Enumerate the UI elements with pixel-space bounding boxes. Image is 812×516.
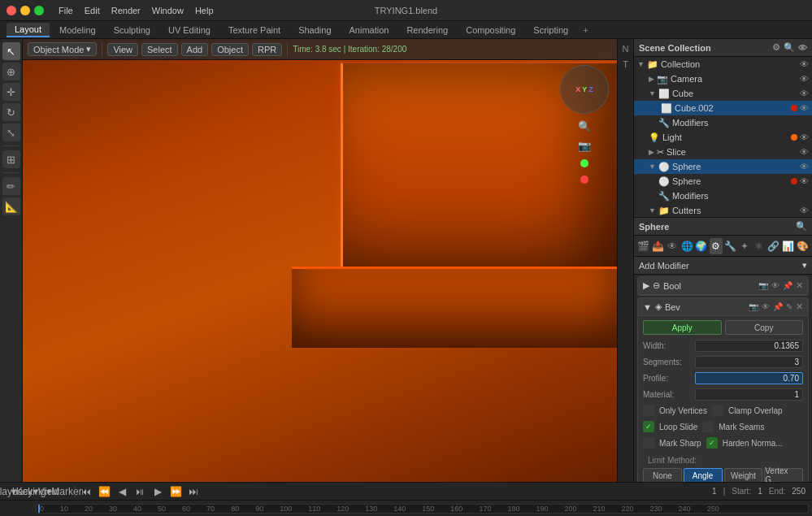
- close-mod-icon[interactable]: ✕: [796, 280, 803, 291]
- cursor-tool[interactable]: ↖: [2, 42, 20, 60]
- limit-angle-btn[interactable]: Angle: [684, 468, 723, 482]
- data-props-icon[interactable]: 📊: [782, 238, 795, 254]
- add-menu[interactable]: Add: [181, 43, 209, 56]
- material-value[interactable]: 1: [695, 388, 803, 401]
- width-value[interactable]: 0.1365: [695, 340, 803, 352]
- marker-dropdown[interactable]: ▾ Marker: [57, 484, 72, 499]
- eye-icon[interactable]: 👁: [800, 59, 809, 69]
- add-workspace-button[interactable]: +: [578, 24, 593, 37]
- scene-item-cutters[interactable]: ▼ 📁 Cutters 👁: [634, 203, 812, 218]
- menu-file[interactable]: File: [54, 4, 78, 17]
- loop-slide-check[interactable]: ✓: [643, 421, 654, 432]
- particles-props-icon[interactable]: ✦: [738, 238, 751, 254]
- tab-shading[interactable]: Shading: [290, 24, 339, 37]
- move-tool[interactable]: ✛: [2, 83, 20, 101]
- filter-icon[interactable]: ⚙: [772, 42, 780, 53]
- rotate-tool[interactable]: ↻: [2, 103, 20, 121]
- bev-viewport-icon[interactable]: 👁: [762, 302, 770, 311]
- harden-normals-check[interactable]: ✓: [706, 437, 718, 449]
- scene-props-icon[interactable]: 🌐: [680, 238, 693, 254]
- select-menu[interactable]: Select: [141, 43, 178, 56]
- tab-sculpting[interactable]: Sculpting: [106, 24, 158, 37]
- scene-item-cube002[interactable]: ⬜ Cube.002 👁: [634, 101, 812, 115]
- bev-edit-icon[interactable]: ✎: [786, 302, 792, 311]
- object-mode-dropdown[interactable]: Object Mode ▾: [28, 42, 97, 56]
- zoom-in-icon[interactable]: 🔍: [577, 119, 592, 133]
- camera-icon[interactable]: 📷: [577, 138, 592, 153]
- menu-help[interactable]: Help: [190, 4, 219, 17]
- sidebar-tool-2[interactable]: T: [619, 58, 632, 71]
- object-props-icon[interactable]: ⚙: [710, 238, 723, 254]
- select-tool[interactable]: ⊕: [2, 63, 20, 80]
- play-button[interactable]: ⏯: [132, 484, 147, 499]
- mark-sharp-check[interactable]: [643, 437, 654, 449]
- scene-item-light[interactable]: 💡 Light 👁: [634, 130, 812, 145]
- navigation-gizmo[interactable]: X Y Z: [560, 65, 609, 114]
- timeline-bar[interactable]: 0 10 20 30 40 50 60 70 80 90 100 110 120…: [36, 504, 809, 514]
- scale-tool[interactable]: ⤡: [2, 124, 20, 141]
- transform-tool[interactable]: ⊞: [2, 150, 20, 168]
- eye-icon[interactable]: 👁: [800, 162, 809, 171]
- scene-item-slice[interactable]: ▶ ✂ Slice 👁: [634, 145, 812, 159]
- profile-value[interactable]: 0.70: [695, 372, 803, 384]
- timeline[interactable]: 0 10 20 30 40 50 60 70 80 90 100 110 120…: [0, 500, 812, 516]
- limit-vertex-btn[interactable]: Vertex G...: [764, 468, 803, 482]
- pin-icon[interactable]: 📌: [783, 281, 792, 290]
- tab-uv-editing[interactable]: UV Editing: [160, 24, 219, 37]
- bevel-modifier-header[interactable]: ▼ ◈ Bev 📷 👁 📌 ✎ ✕: [638, 298, 808, 316]
- apply-button[interactable]: Apply: [643, 320, 722, 335]
- next-frame-button[interactable]: ▶: [150, 484, 165, 499]
- physics-props-icon[interactable]: ⚛: [753, 238, 766, 254]
- sidebar-tool-1[interactable]: N: [619, 42, 632, 55]
- prev-frame-button[interactable]: ◀: [115, 484, 129, 499]
- scene-item-modifiers-sphere[interactable]: 🔧 Modifiers: [634, 189, 812, 203]
- scene-item-cube[interactable]: ▼ ⬜ Cube 👁: [634, 86, 812, 101]
- jump-end-button[interactable]: ⏭: [186, 484, 201, 499]
- prev-keyframe-button[interactable]: ⏪: [97, 484, 111, 499]
- scene-item-camera[interactable]: ▶ 📷 Camera 👁: [634, 72, 812, 86]
- tab-layout[interactable]: Layout: [7, 23, 50, 37]
- segments-value[interactable]: 3: [695, 356, 803, 368]
- object-menu[interactable]: Object: [211, 43, 249, 56]
- material-props-icon[interactable]: 🎨: [796, 238, 809, 254]
- eye-icon[interactable]: 👁: [800, 206, 809, 215]
- render-props-icon[interactable]: 🎬: [637, 238, 650, 254]
- camera-render-icon[interactable]: 📷: [758, 281, 768, 290]
- tab-compositing[interactable]: Compositing: [458, 24, 523, 37]
- copy-button[interactable]: Copy: [725, 320, 804, 335]
- scene-item-sphere[interactable]: ▼ ⚪ Sphere 👁: [634, 159, 812, 174]
- next-keyframe-button[interactable]: ⏩: [168, 484, 183, 499]
- eye-icon[interactable]: 👁: [800, 89, 809, 98]
- tab-rendering[interactable]: Rendering: [398, 24, 456, 37]
- annotate-tool[interactable]: ✏: [2, 177, 20, 195]
- eye-icon[interactable]: 👁: [800, 176, 809, 186]
- menu-edit[interactable]: Edit: [80, 4, 105, 17]
- only-vertices-check[interactable]: [643, 405, 654, 416]
- viewport[interactable]: Object Mode ▾ View Select Add Object RPR…: [23, 39, 617, 482]
- bev-pin-icon[interactable]: 📌: [773, 302, 783, 311]
- eye-icon[interactable]: 👁: [800, 74, 809, 84]
- world-props-icon[interactable]: 🌍: [695, 238, 708, 254]
- search-scene-icon[interactable]: 🔍: [784, 42, 795, 53]
- tab-scripting[interactable]: Scripting: [525, 24, 576, 37]
- eye-scene-icon[interactable]: 👁: [798, 43, 807, 53]
- constraints-props-icon[interactable]: 🔗: [767, 238, 780, 254]
- bev-close-icon[interactable]: ✕: [796, 301, 803, 312]
- view-layer-props-icon[interactable]: 👁: [667, 238, 680, 254]
- menu-render[interactable]: Render: [106, 4, 145, 17]
- tab-animation[interactable]: Animation: [341, 24, 397, 37]
- close-button[interactable]: [7, 6, 16, 15]
- modifier-section-header[interactable]: Add Modifier ▾: [634, 257, 812, 275]
- scene-item-sphere-obj[interactable]: ⚪ Sphere 👁: [634, 174, 812, 189]
- bev-camera-icon[interactable]: 📷: [749, 302, 758, 311]
- jump-start-button[interactable]: ⏮: [79, 484, 93, 499]
- view-menu[interactable]: View: [107, 43, 138, 56]
- tab-texture-paint[interactable]: Texture Paint: [220, 24, 289, 37]
- measure-tool[interactable]: 📐: [2, 197, 20, 215]
- limit-none-btn[interactable]: None: [643, 468, 682, 482]
- minimize-button[interactable]: [20, 6, 30, 15]
- maximize-button[interactable]: [34, 6, 44, 15]
- modifier-props-icon[interactable]: 🔧: [724, 238, 737, 254]
- search-properties-icon[interactable]: 🔍: [796, 221, 807, 232]
- scene-item-modifiers-cube[interactable]: 🔧 Modifiers: [634, 115, 812, 130]
